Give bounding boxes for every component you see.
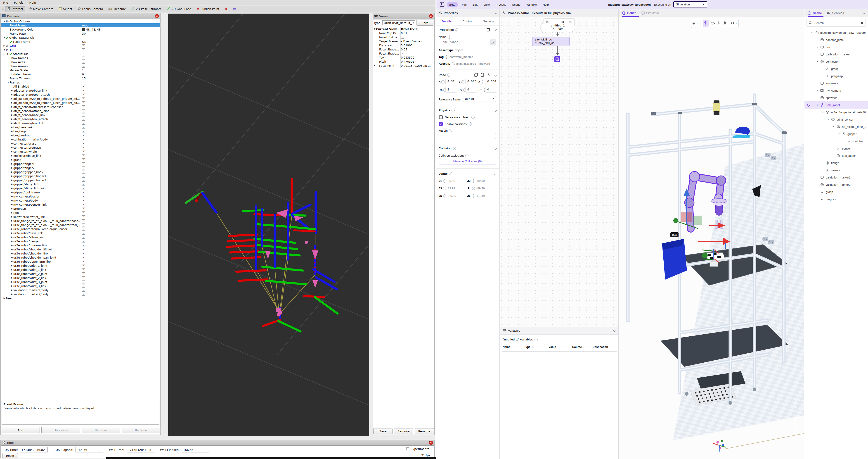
checkbox[interactable]: ✓: [82, 248, 85, 251]
checkbox[interactable]: ✓: [82, 285, 85, 288]
display-row[interactable]: ▶ur3e_flange_to_ati_axia80_m20_adaptor/b…: [1, 219, 160, 223]
display-row[interactable]: ▶calibration_marker/body✓: [1, 137, 160, 141]
menu-view[interactable]: View: [484, 3, 490, 6]
collapse-section-icon[interactable]: [494, 172, 497, 175]
scene-node-flange[interactable]: flange: [804, 159, 868, 167]
checkbox[interactable]: ✓: [82, 264, 85, 267]
pose-rz-field[interactable]: 0: [485, 87, 497, 92]
experimental-toggle[interactable]: Experimental: [406, 447, 430, 451]
expand-icon[interactable]: ▶: [11, 150, 13, 153]
expand-icon[interactable]: ▶: [11, 102, 13, 104]
menu-process[interactable]: Process: [496, 3, 506, 6]
scene-node-tool-attach[interactable]: tool_attach: [804, 152, 868, 159]
expand-icon[interactable]: ▶: [11, 207, 13, 210]
collapse-section-icon[interactable]: [494, 109, 497, 112]
views-row[interactable]: Invert Z Axis: [373, 35, 434, 39]
enable-collisions-row[interactable]: ✓Enable collisionsi: [439, 122, 472, 126]
tool-publish-point[interactable]: Publish Point: [194, 6, 222, 12]
experimental-checkbox[interactable]: [406, 448, 409, 451]
display-row[interactable]: ▶gripper/gripper_body✓: [1, 170, 160, 174]
checkbox[interactable]: ✓: [82, 228, 85, 231]
checkbox[interactable]: ✓: [82, 260, 85, 263]
remove-button[interactable]: Remove: [82, 427, 120, 433]
display-row[interactable]: ▶adaptor_plate/base_link✓: [1, 88, 160, 92]
checkbox[interactable]: ✓: [82, 118, 85, 121]
scene-node-gripper[interactable]: ▾ gripper: [804, 130, 868, 138]
scene-node-enclosure[interactable]: enclosure: [804, 80, 868, 87]
views-type-dropdown[interactable]: Orbit (rviz_default_▾: [382, 20, 415, 25]
display-row[interactable]: ▼Global Status: Ok: [1, 35, 160, 39]
column-name[interactable]: Name↑↓: [503, 345, 524, 349]
display-row[interactable]: ▼TF✓: [1, 48, 160, 52]
display-row[interactable]: ▶Grid✓: [1, 44, 160, 48]
rviz-3d-viewport[interactable]: [168, 13, 369, 436]
scene-node-bluebird-caw-default-caw-resourc-[interactable]: ▾ bluebird_caw:default_caw_resourc...: [804, 29, 868, 36]
checkbox[interactable]: ✓: [82, 191, 85, 194]
checkbox[interactable]: [82, 57, 85, 59]
expand-icon[interactable]: ▶: [11, 110, 13, 112]
expand-icon[interactable]: ▶: [11, 118, 13, 120]
reference-frame-dropdown[interactable]: World▼: [463, 96, 496, 102]
tab-belief[interactable]: Belief: [622, 11, 636, 15]
display-row[interactable]: ▶my_camera/basler✓: [1, 194, 160, 198]
pose-rx-field[interactable]: 0: [445, 87, 457, 92]
display-row[interactable]: ▶ati_ft_sensor/AtiForceTorqueSensor✓: [1, 105, 160, 109]
display-row[interactable]: ▶Status: Ok: [1, 52, 160, 56]
checkbox[interactable]: ✓: [82, 268, 85, 271]
checkbox[interactable]: ✓: [82, 49, 85, 51]
checkbox[interactable]: ✓: [82, 65, 85, 68]
display-row[interactable]: Fixed FrameOK: [1, 39, 160, 44]
expand-icon[interactable]: ▶: [11, 260, 13, 263]
checkbox[interactable]: ✓: [82, 240, 85, 243]
checkbox[interactable]: ✓: [82, 272, 85, 275]
display-row[interactable]: Show Axes✓: [1, 60, 160, 64]
display-row[interactable]: ▶ur3e_robot/wrist_3_link✓: [1, 284, 160, 288]
collapse-icon[interactable]: ▼: [3, 20, 6, 22]
expand-icon[interactable]: ▶: [11, 293, 13, 295]
expand-icon[interactable]: ▶: [11, 211, 13, 214]
checkbox[interactable]: ✓: [82, 154, 85, 157]
checkbox[interactable]: ✓: [82, 110, 85, 112]
scene-node-sensor[interactable]: sensor: [804, 167, 868, 174]
display-row[interactable]: Background Color48; 48; 48: [1, 27, 160, 31]
checkbox[interactable]: ✓: [82, 85, 85, 88]
checkbox[interactable]: ✓: [82, 236, 85, 239]
expand-icon[interactable]: ▶: [11, 232, 13, 234]
tool-select[interactable]: Select: [57, 6, 74, 12]
scene-node-box[interactable]: ▸ box: [804, 44, 868, 51]
name-field[interactable]: ur3e_robot: [439, 39, 488, 45]
checkbox[interactable]: ✓: [82, 211, 85, 214]
zero-button[interactable]: Zero: [416, 20, 433, 26]
display-row[interactable]: ▶ati_ft_sensor/attach_joint✓: [1, 109, 160, 113]
checkbox[interactable]: ✓: [82, 122, 85, 125]
display-row[interactable]: ▶ur3e_robot/upper_arm_link✓: [1, 259, 160, 263]
scene-search[interactable]: [806, 19, 866, 27]
checkbox[interactable]: ✓: [82, 277, 85, 279]
clear-search-icon[interactable]: [861, 22, 863, 24]
scene-node-adaptor-plate[interactable]: adaptor_plate: [804, 36, 868, 44]
expand-icon[interactable]: ▶: [11, 146, 13, 149]
expand-icon[interactable]: ▶: [11, 163, 13, 165]
display-row[interactable]: All Enabled✓: [1, 84, 160, 88]
display-row[interactable]: ▶ur3e_robot/InternalForceTorqueSensor✓: [1, 227, 160, 231]
tool-2d-pose-estimate[interactable]: 2D Pose Estimate: [129, 6, 164, 12]
time-field-value[interactable]: 1713842846.85: [127, 447, 154, 453]
expand-icon[interactable]: ▶: [11, 268, 13, 271]
scene-node-ati-ft-sensor[interactable]: ▾ ati_ft_sensor: [804, 116, 868, 123]
collapse-icon[interactable]: ▾: [832, 125, 835, 128]
expand-icon[interactable]: ▶: [11, 248, 13, 251]
display-row[interactable]: ▶gripper/finger2✓: [1, 166, 160, 170]
tab-settings[interactable]: Settings: [483, 20, 494, 23]
scene-node-spawner[interactable]: spawner: [804, 94, 868, 102]
pose-y-field[interactable]: 0.685: [465, 79, 477, 84]
display-row[interactable]: ▶validation_marker2/body✓: [1, 292, 160, 296]
expand-icon[interactable]: ▶: [7, 53, 9, 55]
display-row[interactable]: ▶pregrasp✓: [1, 206, 160, 210]
display-row[interactable]: ▶gripper/finger1✓: [1, 162, 160, 166]
frame-tool-button[interactable]: [717, 21, 720, 26]
collapse-icon[interactable]: ▾: [810, 31, 813, 34]
collapse-section-icon[interactable]: [494, 28, 497, 31]
measure-tool-button[interactable]: [723, 21, 726, 26]
expand-icon[interactable]: ▶: [11, 285, 13, 287]
checkbox[interactable]: [401, 36, 404, 39]
